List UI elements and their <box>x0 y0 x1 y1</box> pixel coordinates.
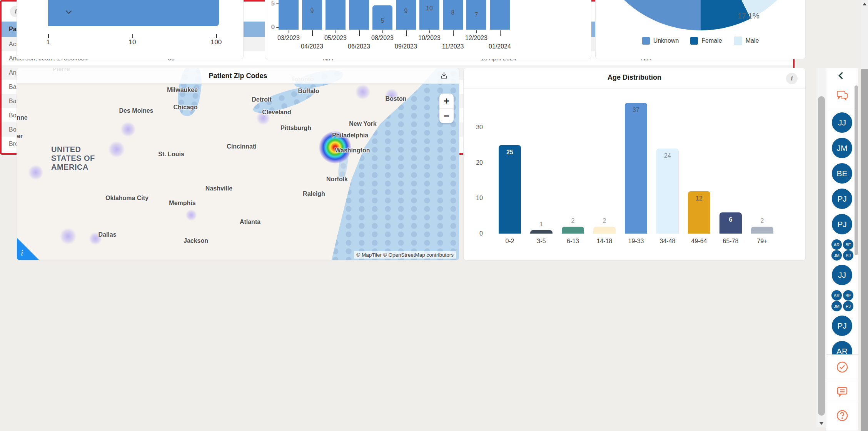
month-bar <box>279 0 299 30</box>
chat-bubbles-icon <box>835 88 850 103</box>
avatar-small[interactable]: AR <box>831 290 842 301</box>
city-label: Atlanta <box>240 219 260 226</box>
avatar-small[interactable]: JM <box>831 250 842 261</box>
avatar[interactable]: PJ <box>832 214 852 234</box>
collaboration-sidebar: JJJMBEPJPJARBEJMPJJJARBEJMPJPJAR <box>825 68 859 431</box>
avatar-small[interactable]: PJ <box>843 301 853 311</box>
x-axis-tick-label: 3-5 <box>537 238 546 245</box>
x-axis-tick-label: 49-64 <box>691 238 707 245</box>
x-axis-tick-label: 10/2023 <box>418 35 441 42</box>
log-scale-bar <box>48 0 219 26</box>
city-label: Raleigh <box>303 190 325 197</box>
month-bar <box>302 0 322 30</box>
legend-item[interactable]: Unknown <box>642 37 679 45</box>
city-label: Buffalo <box>298 88 319 95</box>
x-axis-tick-label: 11/2023 <box>442 43 464 50</box>
map-title-bar: Patient Zip Codes <box>17 68 459 84</box>
scroll-down-arrow-icon[interactable] <box>819 422 824 425</box>
avatar-small[interactable]: BE <box>843 239 853 250</box>
x-axis-tick-label: 65-78 <box>723 238 739 245</box>
city-label: enne <box>17 114 28 121</box>
density-blob <box>28 165 43 180</box>
collapse-sidebar-button[interactable] <box>826 70 858 81</box>
avatar-small[interactable]: PJ <box>843 250 853 261</box>
city-label: ver <box>17 133 23 140</box>
download-icon[interactable] <box>440 71 448 80</box>
avatar[interactable]: PJ <box>832 189 852 209</box>
city-label: Norfolk <box>326 176 348 183</box>
city-label: Boston <box>385 95 406 102</box>
x-axis-tick-label: 1 <box>46 38 50 46</box>
bar-value-label: 10 <box>426 5 433 12</box>
avatar-small[interactable]: JM <box>831 301 842 311</box>
zoom-out-button[interactable]: − <box>439 108 454 123</box>
legend-swatch <box>642 37 650 45</box>
sidebar-scrollbar-thumb[interactable] <box>855 85 858 255</box>
age-bar <box>625 103 647 234</box>
bar-value-label: 1 <box>540 221 543 228</box>
age-bar <box>530 230 553 234</box>
density-blob <box>108 141 125 158</box>
x-axis-tick <box>132 34 133 38</box>
avatar[interactable]: JJ <box>832 265 852 285</box>
zoom-in-button[interactable]: + <box>439 94 454 108</box>
legend-label: Male <box>746 37 759 44</box>
chevron-left-icon <box>838 72 845 79</box>
bar-value-label: 37 <box>633 107 639 114</box>
bar-value-label: 24 <box>664 152 671 159</box>
y-axis-tick-label: 30 <box>476 124 483 131</box>
legend-label: Unknown <box>653 37 679 44</box>
chat-bubbles-button[interactable] <box>826 88 858 103</box>
city-label: Philadelphia <box>332 132 368 139</box>
x-axis-tick-label: 100 <box>211 38 222 46</box>
patient-zip-codes-map-card: PierreMilwaukeeChicagoDes MoinesTorontoB… <box>17 68 459 261</box>
gender-pie <box>595 0 806 30</box>
bar-value-label: 9 <box>310 8 314 15</box>
city-label: Dallas <box>98 231 116 238</box>
city-label: Nashville <box>205 185 232 192</box>
city-label: Chicago <box>173 104 197 111</box>
avatar[interactable]: JM <box>832 138 852 158</box>
content-scrollbar[interactable] <box>816 68 826 427</box>
month-bar <box>490 0 510 30</box>
map-info-corner[interactable] <box>17 238 39 260</box>
age-bar <box>593 227 616 234</box>
scroll-up-arrow-icon[interactable] <box>863 3 866 5</box>
window-scrollbar[interactable] <box>861 0 868 431</box>
avatar[interactable]: PJ <box>832 316 852 336</box>
pie-slice-value-label: 17.1% <box>738 12 760 20</box>
x-axis-tick-label: 6-13 <box>567 238 579 245</box>
city-label: St. Louis <box>158 151 184 158</box>
age-bar <box>562 227 584 234</box>
x-axis-tick-label: 10 <box>129 38 136 46</box>
month-bar <box>396 0 416 30</box>
help-circle-icon <box>836 409 849 422</box>
avatar[interactable]: AR <box>832 341 852 354</box>
legend-swatch <box>690 37 698 45</box>
x-axis-tick-label: 06/2023 <box>348 43 370 50</box>
legend-item[interactable]: Female <box>690 37 722 45</box>
help-circle-button[interactable] <box>826 403 858 428</box>
density-blob <box>60 228 77 245</box>
y-axis-tick-label: 0 <box>479 230 483 237</box>
x-axis-tick-label: 09/2023 <box>395 43 417 50</box>
map-zoom-controls: + − <box>439 94 454 123</box>
window-scrollbar-thumb[interactable] <box>861 69 868 431</box>
x-axis-tick <box>382 30 383 33</box>
avatar-small[interactable]: BE <box>843 290 853 301</box>
age-distribution-card: Age Distribution i 0102030250-213-526-13… <box>463 68 806 261</box>
avatar[interactable]: JJ <box>832 112 852 133</box>
check-circle-button[interactable] <box>826 354 858 379</box>
avatar-small[interactable]: AR <box>831 239 842 250</box>
message-square-button[interactable] <box>826 379 858 403</box>
x-axis-tick <box>476 30 477 33</box>
density-blob <box>355 84 371 100</box>
avatar[interactable]: BE <box>832 163 852 184</box>
city-label: Detroit <box>252 96 272 103</box>
legend-item[interactable]: Male <box>734 37 759 45</box>
info-icon[interactable]: i <box>786 73 798 84</box>
bar-value-label: 9 <box>404 8 408 15</box>
content-scrollbar-thumb[interactable] <box>818 96 825 416</box>
check-circle-icon <box>836 361 849 374</box>
x-axis-tick <box>359 30 360 36</box>
